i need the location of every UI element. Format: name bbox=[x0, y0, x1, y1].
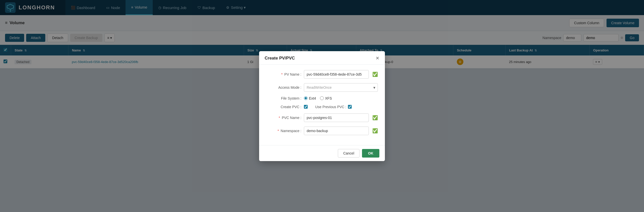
pv-name-label: * PV Name : bbox=[266, 72, 301, 76]
use-previous-pvc-group: Use Previous PVC : bbox=[315, 105, 352, 109]
use-previous-pvc-checkbox[interactable] bbox=[348, 105, 352, 109]
pvc-name-label: * PVC Name : bbox=[266, 116, 301, 120]
ext4-radio[interactable] bbox=[304, 96, 308, 100]
pvc-name-valid-icon: ✅ bbox=[372, 115, 378, 120]
pv-name-required: * bbox=[281, 72, 283, 76]
use-previous-pvc-label: Use Previous PVC : bbox=[315, 105, 346, 109]
namespace-valid-icon: ✅ bbox=[372, 128, 378, 134]
file-system-label: File System : bbox=[266, 96, 301, 100]
namespace-required: * bbox=[277, 129, 279, 133]
file-system-row: File System : Ext4 XFS bbox=[266, 96, 378, 100]
access-mode-select-wrapper: ReadWriteOnce bbox=[304, 83, 378, 92]
namespace-label-modal: * Namespace : bbox=[266, 129, 301, 133]
pvc-name-required: * bbox=[279, 116, 280, 120]
create-pvc-checkbox[interactable] bbox=[304, 105, 308, 109]
modal-body: * PV Name : ✅ Access Mode : ReadWriteOnc… bbox=[259, 65, 385, 145]
pvc-name-row: * PVC Name : ✅ bbox=[266, 113, 378, 122]
access-mode-select[interactable]: ReadWriteOnce bbox=[304, 83, 378, 92]
pv-name-valid-icon: ✅ bbox=[372, 72, 378, 77]
create-pvc-checkbox-group bbox=[304, 105, 308, 109]
pv-name-input[interactable] bbox=[304, 70, 369, 79]
modal-footer: Cancel OK bbox=[259, 145, 385, 161]
modal-header: Create PV/PVC ✕ bbox=[259, 51, 385, 65]
ok-button[interactable]: OK bbox=[362, 149, 379, 158]
modal-overlay[interactable]: Create PV/PVC ✕ * PV Name : ✅ Access Mod… bbox=[0, 0, 644, 212]
xfs-radio-label[interactable]: XFS bbox=[320, 96, 332, 100]
access-mode-row: Access Mode : ReadWriteOnce bbox=[266, 83, 378, 92]
pvc-name-input[interactable] bbox=[304, 113, 369, 122]
xfs-radio[interactable] bbox=[320, 96, 324, 100]
namespace-input-modal[interactable] bbox=[304, 127, 369, 135]
create-pv-pvc-modal: Create PV/PVC ✕ * PV Name : ✅ Access Mod… bbox=[259, 51, 385, 161]
access-mode-label: Access Mode : bbox=[266, 85, 301, 89]
modal-title: Create PV/PVC bbox=[265, 56, 295, 61]
xfs-label: XFS bbox=[325, 96, 332, 100]
create-pvc-label: Create PVC : bbox=[266, 105, 301, 109]
create-pvc-row: Create PVC : Use Previous PVC : bbox=[266, 105, 378, 109]
pv-name-row: * PV Name : ✅ bbox=[266, 70, 378, 79]
namespace-row: * Namespace : ✅ bbox=[266, 127, 378, 135]
modal-close-button[interactable]: ✕ bbox=[376, 56, 379, 60]
ext4-radio-label[interactable]: Ext4 bbox=[304, 96, 316, 100]
file-system-radio-group: Ext4 XFS bbox=[304, 96, 378, 100]
cancel-button[interactable]: Cancel bbox=[338, 149, 359, 158]
ext4-label: Ext4 bbox=[309, 96, 316, 100]
